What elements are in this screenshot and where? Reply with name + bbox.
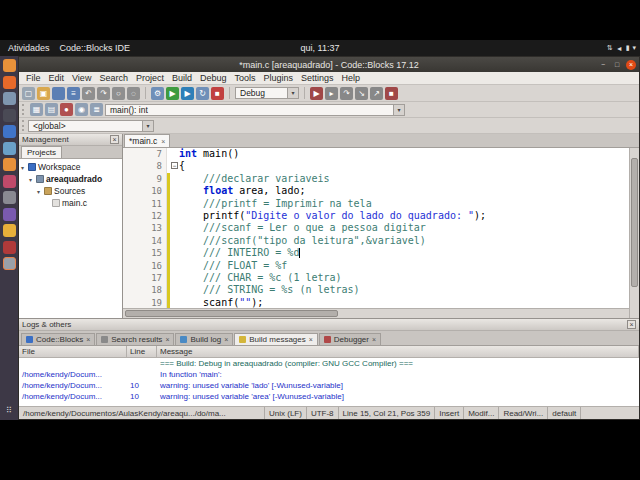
firefox-icon[interactable] <box>3 76 16 89</box>
menu-file[interactable]: File <box>22 73 45 83</box>
code-line[interactable]: 18 /// STRING = %s (n letras) <box>123 284 629 296</box>
code-line[interactable]: 13 ///scanf = Ler o que a pessoa digitar <box>123 222 629 234</box>
log-row[interactable]: /home/kendy/Docum...10warning: unused va… <box>19 391 639 402</box>
tab-close-icon[interactable]: × <box>309 336 313 343</box>
stop-debugger-icon[interactable]: ■ <box>385 87 398 100</box>
expander-icon[interactable]: ▾ <box>37 188 44 195</box>
editor-tab-main-c[interactable]: *main.c × <box>124 134 170 147</box>
column-header-line[interactable]: Line <box>127 346 157 357</box>
mail-icon[interactable] <box>3 92 16 105</box>
open-file-icon[interactable]: ▣ <box>37 87 50 100</box>
writer-icon[interactable] <box>3 125 16 138</box>
minimize-button[interactable]: − <box>598 60 608 70</box>
activities-button[interactable]: Atividades <box>8 43 50 53</box>
code-line[interactable]: 10 float area, lado; <box>123 185 629 197</box>
system-tray[interactable]: ⇅◄▮▾ <box>607 40 636 56</box>
code-editor[interactable]: 7int main()8−{9 ///declarar variaveis10 … <box>123 148 629 308</box>
step-next-line-icon[interactable]: ↷ <box>340 87 353 100</box>
expander-icon[interactable]: ▾ <box>21 164 28 171</box>
function-combo-arrow-icon[interactable]: ▾ <box>393 105 404 115</box>
expander-icon[interactable]: ▾ <box>29 176 36 183</box>
menu-edit[interactable]: Edit <box>45 73 69 83</box>
code-line[interactable]: 8−{ <box>123 160 629 172</box>
watches-icon[interactable]: ◉ <box>75 103 88 116</box>
tree-item-areaquadrado[interactable]: ▾areaquadrado <box>19 173 122 185</box>
menu-help[interactable]: Help <box>338 73 365 83</box>
menu-settings[interactable]: Settings <box>297 73 338 83</box>
horizontal-scroll-thumb[interactable] <box>125 310 338 317</box>
new-file-icon[interactable]: ▢ <box>22 87 35 100</box>
tab-build-log[interactable]: Build log× <box>175 333 233 345</box>
tree-item-sources[interactable]: ▾Sources <box>19 185 122 197</box>
menu-view[interactable]: View <box>68 73 95 83</box>
rhythmbox-icon[interactable] <box>3 208 16 221</box>
toolbar-grip[interactable] <box>22 120 26 131</box>
step-out-icon[interactable]: ↗ <box>370 87 383 100</box>
debug-continue-icon[interactable]: ▶ <box>310 87 323 100</box>
step-into-icon[interactable]: ↘ <box>355 87 368 100</box>
tab-projects[interactable]: Projects <box>21 146 62 158</box>
run-icon[interactable]: ▶ <box>166 87 179 100</box>
amazon-icon[interactable] <box>3 224 16 237</box>
code-line[interactable]: 9 ///declarar variaveis <box>123 173 629 185</box>
menu-project[interactable]: Project <box>132 73 168 83</box>
code-line[interactable]: 19 scanf(""); <box>123 297 629 308</box>
code-line[interactable]: 15 /// INTEIRO = %d <box>123 247 629 259</box>
menu-search[interactable]: Search <box>95 73 132 83</box>
menu-build[interactable]: Build <box>168 73 196 83</box>
undo-icon[interactable]: ↶ <box>82 87 95 100</box>
code-line[interactable]: 11 ///printf = Imprimir na tela <box>123 198 629 210</box>
software-icon[interactable] <box>3 158 16 171</box>
help-icon[interactable] <box>3 142 16 155</box>
menu-debug[interactable]: Debug <box>196 73 231 83</box>
tab-search-results[interactable]: Search results× <box>96 333 174 345</box>
tab-code-blocks[interactable]: Code::Blocks× <box>21 333 95 345</box>
build-icon[interactable]: ⚙ <box>151 87 164 100</box>
code-line[interactable]: 14 ///scanf("tipo da leitura",&variavel) <box>123 235 629 247</box>
debugging-windows-icon[interactable]: ▦ <box>30 103 43 116</box>
maximize-button[interactable]: □ <box>612 60 622 70</box>
libreoffice-icon[interactable] <box>3 241 16 254</box>
show-applications-icon[interactable]: ⠿ <box>3 404 16 417</box>
focused-app-menu[interactable]: Code::Blocks IDE <box>60 43 131 53</box>
tree-item-main-c[interactable]: main.c <box>19 197 122 209</box>
fold-marker-icon[interactable]: − <box>171 162 178 169</box>
run-to-cursor-icon[interactable]: ▸ <box>325 87 338 100</box>
tab-close-icon[interactable]: × <box>86 336 90 343</box>
function-combo[interactable]: main(): int ▾ <box>105 104 405 116</box>
build-and-run-icon[interactable]: ▶ <box>181 87 194 100</box>
code-line[interactable]: 16 /// FLOAT = %f <box>123 260 629 272</box>
various-info-icon[interactable]: ▤ <box>45 103 58 116</box>
call-stack-icon[interactable]: ≣ <box>90 103 103 116</box>
save-icon[interactable] <box>52 87 65 100</box>
logs-close-icon[interactable]: × <box>627 320 636 329</box>
horizontal-scrollbar[interactable] <box>123 308 629 318</box>
clock[interactable]: qui, 11:37 <box>301 40 340 56</box>
tab-close-icon[interactable]: × <box>372 336 376 343</box>
tab-close-icon[interactable]: × <box>165 336 169 343</box>
settings-icon[interactable] <box>3 175 16 188</box>
log-row[interactable]: /home/kendy/Docum...In function 'main': <box>19 369 639 380</box>
toolbar-grip[interactable] <box>22 104 26 115</box>
rebuild-icon[interactable]: ↻ <box>196 87 209 100</box>
tab-debugger[interactable]: Debugger× <box>319 333 381 345</box>
battery-icon[interactable]: ▮ <box>626 44 630 52</box>
find-icon[interactable]: ○ <box>112 87 125 100</box>
vertical-scroll-thumb[interactable] <box>631 158 638 287</box>
menu-tools[interactable]: Tools <box>230 73 259 83</box>
abort-build-icon[interactable]: ■ <box>211 87 224 100</box>
management-close-icon[interactable]: × <box>110 135 119 144</box>
vertical-scrollbar[interactable] <box>629 148 639 318</box>
log-row[interactable]: /home/kendy/Docum...10warning: unused va… <box>19 380 639 391</box>
code-line[interactable]: 12 printf("Digite o valor do lado do qua… <box>123 210 629 222</box>
window-titlebar[interactable]: *main.c [areaquadrado] - Code::Blocks 17… <box>19 57 639 72</box>
menu-plugins[interactable]: Plugins <box>260 73 298 83</box>
editor-tab-close-icon[interactable]: × <box>161 138 165 145</box>
save-all-icon[interactable]: ≡ <box>67 87 80 100</box>
tab-close-icon[interactable]: × <box>224 336 228 343</box>
volume-icon[interactable]: ◄ <box>616 45 623 52</box>
breakpoints-icon[interactable]: ● <box>60 103 73 116</box>
codeblocks-icon[interactable] <box>3 257 16 270</box>
redo-icon[interactable]: ↷ <box>97 87 110 100</box>
code-line[interactable]: 17 /// CHAR = %c (1 letra) <box>123 272 629 284</box>
